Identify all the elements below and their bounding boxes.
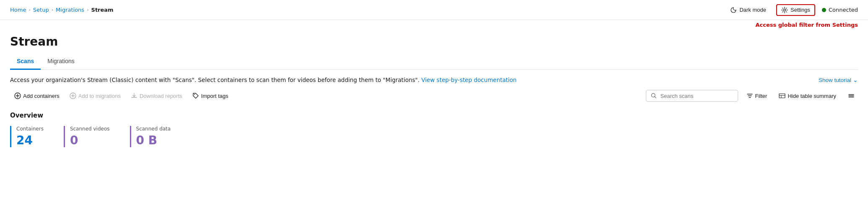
plus-icon [14, 92, 21, 99]
stat-scanned-data: Scanned data 0 B [130, 126, 181, 147]
search-icon [650, 92, 657, 99]
add-migrations-button[interactable]: Add to migrations [65, 90, 125, 102]
filter-label: Filter [755, 93, 767, 99]
more-options-button[interactable] [845, 90, 858, 101]
stat-scanned-videos-value: 0 [70, 133, 110, 147]
hide-table-summary-button[interactable]: Hide table summary [775, 90, 839, 101]
connected-dot [822, 8, 826, 12]
stat-scanned-data-value: 0 B [136, 133, 171, 147]
add-containers-button[interactable]: Add containers [10, 90, 64, 102]
stat-containers-label: Containers [16, 126, 44, 132]
toolbar-right: Filter Hide table summary [646, 90, 858, 102]
topbar: Home › Setup › Migrations › Stream Dark … [0, 0, 868, 20]
connected-indicator: Connected [822, 7, 858, 13]
svg-point-0 [784, 9, 786, 11]
tag-icon [192, 92, 199, 99]
moon-icon [730, 7, 737, 13]
show-tutorial-button[interactable]: Show tutorial ⌄ [819, 77, 858, 83]
description-text: Access your organization's Stream (Class… [10, 77, 812, 83]
breadcrumb: Home › Setup › Migrations › Stream [10, 7, 114, 13]
doc-link[interactable]: View step-by-step documentation [421, 77, 516, 83]
overview: Overview Containers 24 Scanned videos 0 … [0, 108, 868, 157]
topbar-right: Dark mode Settings Connected [727, 4, 858, 16]
breadcrumb-migrations[interactable]: Migrations [56, 7, 84, 13]
toolbar-left: Add containers Add to migrations Downloa… [10, 90, 233, 102]
overview-stats: Containers 24 Scanned videos 0 Scanned d… [10, 126, 858, 147]
chevron-down-icon: ⌄ [853, 77, 858, 83]
tabs: Scans Migrations [10, 54, 858, 70]
breadcrumb-sep-2: › [52, 7, 53, 13]
import-tags-label: Import tags [201, 93, 228, 99]
hide-table-summary-label: Hide table summary [788, 93, 836, 99]
settings-button[interactable]: Settings [776, 4, 815, 16]
add-migrations-label: Add to migrations [78, 93, 121, 99]
page-header: Stream [0, 28, 868, 49]
stat-containers-value: 24 [16, 133, 44, 147]
stat-containers: Containers 24 [10, 126, 54, 147]
stat-scanned-videos: Scanned videos 0 [64, 126, 120, 147]
stat-scanned-videos-label: Scanned videos [70, 126, 110, 132]
filter-icon [746, 92, 753, 99]
breadcrumb-setup[interactable]: Setup [33, 7, 49, 13]
tab-migrations[interactable]: Migrations [41, 54, 81, 70]
stat-scanned-data-label: Scanned data [136, 126, 171, 132]
global-filter-notice: Access global filter from Settings [0, 20, 868, 28]
download-icon [131, 92, 137, 99]
breadcrumb-sep-1: › [29, 7, 30, 13]
more-icon [848, 92, 855, 99]
page-title: Stream [10, 35, 858, 49]
filter-button[interactable]: Filter [743, 90, 771, 101]
circle-plus-icon [70, 92, 76, 99]
toolbar: Add containers Add to migrations Downloa… [0, 90, 868, 108]
gear-icon [781, 7, 788, 13]
breadcrumb-current: Stream [91, 7, 114, 13]
dark-mode-button[interactable]: Dark mode [727, 5, 770, 15]
download-reports-button[interactable]: Download reports [127, 90, 187, 102]
svg-line-9 [654, 97, 656, 98]
connected-label: Connected [829, 7, 858, 13]
import-tags-button[interactable]: Import tags [188, 90, 233, 102]
svg-point-7 [194, 94, 195, 95]
search-input[interactable] [661, 93, 733, 99]
overview-title: Overview [10, 112, 858, 119]
tab-scans[interactable]: Scans [10, 54, 41, 70]
dark-mode-label: Dark mode [739, 7, 766, 13]
svg-rect-10 [779, 94, 785, 98]
table-icon [779, 92, 785, 99]
breadcrumb-home[interactable]: Home [10, 7, 26, 13]
add-containers-label: Add containers [23, 93, 60, 99]
search-box [646, 90, 738, 102]
description-row: Access your organization's Stream (Class… [0, 70, 868, 90]
download-reports-label: Download reports [140, 93, 182, 99]
breadcrumb-sep-3: › [87, 7, 88, 13]
settings-label: Settings [790, 7, 810, 13]
